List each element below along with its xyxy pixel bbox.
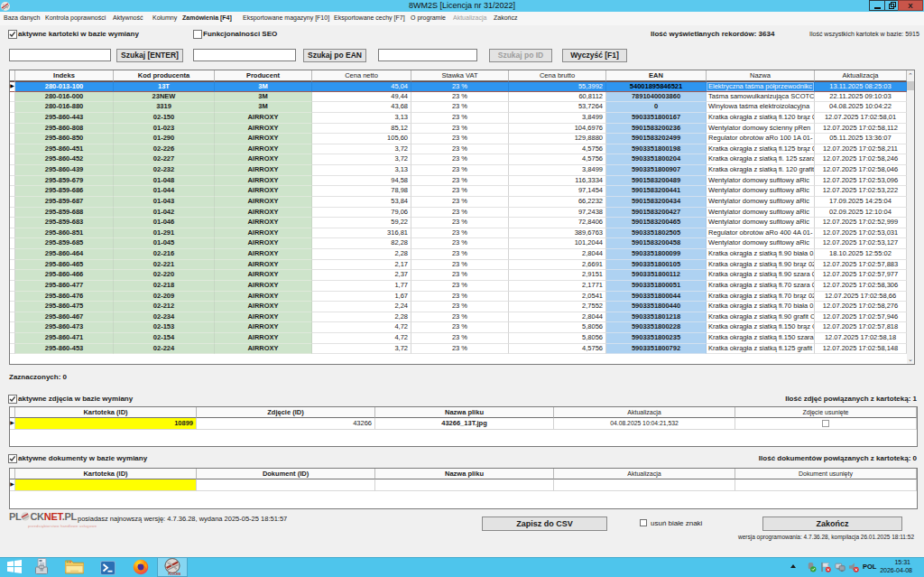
svg-text:PLOCKNET: PLOCKNET: [168, 572, 180, 575]
